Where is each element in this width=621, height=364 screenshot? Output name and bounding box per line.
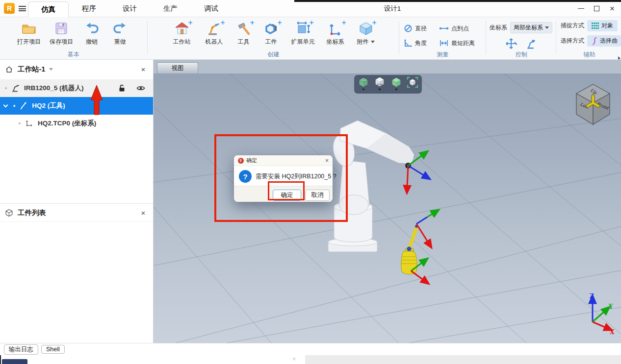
close-icon[interactable]: × [138,65,148,73]
dialog-footer: 确定 取消 [234,186,333,202]
axis-y-label: Y [608,303,613,310]
close-icon[interactable]: × [325,157,329,164]
select-curve-button[interactable]: 选择曲 [587,35,621,47]
floor-grid [154,73,621,343]
dialog-title: 确定 [246,157,257,164]
sidebar: 工作站-1 × IRB1200_5 (机器人) • HQ2 (工具) [0,60,154,343]
wireframe-view-button[interactable] [357,76,370,92]
chevron-down-icon[interactable] [371,41,375,43]
house-icon [173,20,191,36]
bullet-icon: • [13,102,15,109]
tree-dot [19,122,21,124]
partial-panel: × [0,355,305,364]
create-workstation-button[interactable]: 工作站 [166,20,198,46]
tab-program[interactable]: 程序 [69,0,109,17]
dialog-body: ? 需要安装 HQ2到IRB1200_5 ? [234,166,333,183]
move-control-button[interactable] [505,38,517,51]
axis-x-label: X [610,329,615,336]
robot-control-button[interactable] [526,38,538,51]
close-button[interactable]: × [604,1,620,16]
close-icon[interactable]: × [138,209,148,217]
create-robot-button[interactable]: 机器人 [199,20,230,46]
create-extension-button[interactable]: 扩展单元 [286,20,320,46]
hamburger-menu-icon[interactable] [19,6,26,11]
ribbon-group-aux: 捕捉方式 对象 选择方式 选择曲 辅助 [558,17,621,60]
redo-icon [111,20,129,36]
create-frame-button[interactable]: 坐标系 [321,20,350,46]
redo-button[interactable]: 重做 [106,20,134,46]
dialog-titlebar[interactable]: ! 确定 × [234,155,333,166]
ribbon-group-create: 工作站 机器人 工具 [150,17,397,60]
ok-button[interactable]: 确定 [273,190,301,201]
create-attachment-button[interactable]: 附件 [351,20,381,46]
solid-view-button[interactable]: Solid [373,76,387,92]
ribbon-overflow-arrow[interactable] [618,56,621,60]
measure-point-to-point-button[interactable]: 点到点 [439,21,492,36]
group-label-control: 控制 [488,50,555,59]
eye-icon[interactable] [136,85,145,92]
snap-mode-label: 捕捉方式 [561,22,584,30]
solid-cube-icon: Solid [374,76,386,88]
app-logo: R [4,3,15,14]
create-tool-button[interactable]: 工具 [231,20,257,46]
tab-design[interactable]: 设计 [109,0,150,17]
wireframe-cube-icon [358,76,369,88]
point-to-point-icon [439,24,449,33]
question-icon: ? [239,170,252,183]
diameter-icon [404,24,413,33]
ribbon-separator [399,21,399,54]
tab-production[interactable]: 生产 [150,0,191,17]
measure-angle-button[interactable]: 角度 [404,36,439,50]
alert-icon: ! [238,158,244,164]
bottom-bar: 输出日志 Shell [0,343,621,355]
group-label-measure: 测量 [400,50,486,59]
chevron-down-icon [395,89,398,91]
hexnut-icon [262,20,280,36]
robot-control-icon [526,38,538,49]
zoom-fit-button[interactable] [406,76,419,92]
tree-item-label: HQ2.TCP0 (坐标系) [38,119,96,128]
snap-object-button[interactable]: 对象 [587,20,618,31]
create-workpiece-button[interactable]: 工件 [258,20,285,46]
maximize-button[interactable] [589,1,604,16]
tab-debug[interactable]: 调试 [191,0,232,17]
chevron-expand-icon[interactable] [3,103,8,108]
confirm-dialog: ! 确定 × ? 需要安装 HQ2到IRB1200_5 ? 确定 取消 [234,155,333,202]
floppy-icon [52,20,70,36]
taskbar-mini-tab[interactable] [2,359,27,364]
chevron-down-icon[interactable] [49,68,53,71]
output-log-tab[interactable]: 输出日志 [4,344,38,355]
document-title: 设计1 [343,0,441,17]
tree-item-robot[interactable]: IRB1200_5 (机器人) [0,79,153,97]
close-icon[interactable]: × [292,356,296,363]
home-icon [5,65,13,73]
tree-item-label: IRB1200_5 (机器人) [24,84,84,93]
tree-item-tcp[interactable]: HQ2.TCP0 (坐标系) [0,115,153,132]
shaded-view-button[interactable] [389,76,403,92]
undo-button[interactable]: 撤销 [78,20,105,46]
torch-tip-frame [416,213,434,243]
robot-arm-icon [206,20,223,36]
coord-system-dropdown[interactable]: 局部坐标系 [510,22,552,33]
tab-simulation[interactable]: 仿真 [28,1,69,17]
viewport-3d[interactable]: 视图 [154,60,621,343]
shell-tab[interactable]: Shell [41,345,65,354]
cancel-button[interactable]: 取消 [305,190,330,201]
measure-min-distance-button[interactable]: 最短距离 [439,36,492,50]
axes-tree-icon [25,119,34,128]
workpiece-panel-title: 工件列表 [18,208,46,218]
minimize-button[interactable] [573,1,589,16]
tree-item-tool[interactable]: • HQ2 (工具) [0,97,153,115]
group-label-aux: 辅助 [558,50,621,59]
chevron-down-icon [378,89,381,91]
coord-system-label: 坐标系 [490,24,507,32]
robot-tree-icon [11,84,20,93]
navigation-view-cube[interactable]: Up Left Front [573,81,615,126]
lock-icon[interactable] [118,84,126,92]
measure-diameter-button[interactable]: 直径 [404,21,439,36]
application-window: R 仿真 程序 设计 生产 调试 设计1 × 打开项目 [0,0,621,364]
open-project-button[interactable]: 打开项目 [13,20,45,46]
group-label-basic: 基本 [2,50,145,59]
save-project-button[interactable]: 保存项目 [46,20,77,46]
hammer-icon [235,20,253,36]
